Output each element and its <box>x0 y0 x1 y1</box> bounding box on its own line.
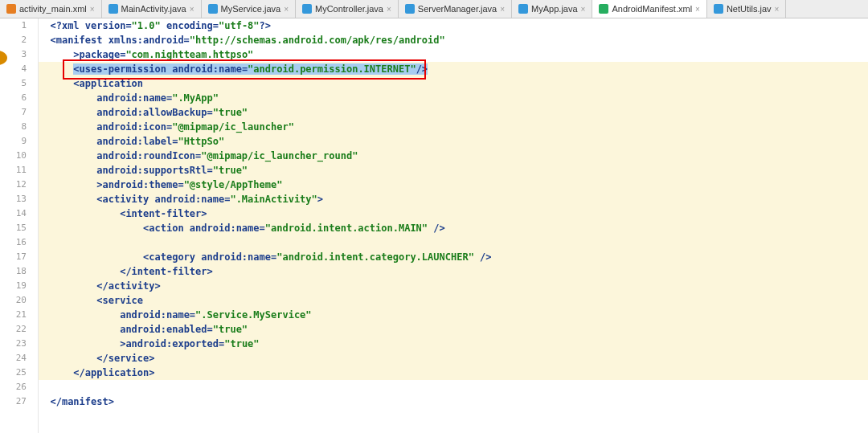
code-line-27[interactable]: </manifest> <box>39 394 868 409</box>
code-line-3[interactable]: >package="com.nightteam.httpso" <box>39 47 868 62</box>
code-line-17[interactable]: <category android:name="android.intent.c… <box>39 250 868 264</box>
xml-tag: <category <box>143 251 201 263</box>
java-file-icon <box>405 4 415 14</box>
xml-value: "true" <box>224 338 259 349</box>
tab-label: AndroidManifest.xml <box>612 4 692 14</box>
code-line-13[interactable]: <activity android:name=".MainActivity"> <box>39 192 868 206</box>
xml-file-icon <box>6 4 16 14</box>
line-number: 2 <box>0 33 38 47</box>
selection: <uses-permission android:name="android.p… <box>73 63 428 75</box>
tab-label: MyApp.java <box>531 4 577 14</box>
close-icon[interactable]: × <box>387 5 391 14</box>
line-number: 1 <box>0 18 38 33</box>
code-line-22[interactable]: android:enabled="true" <box>39 322 868 337</box>
code-line-20[interactable]: <service <box>39 293 868 308</box>
code-line-5[interactable]: <application <box>39 76 868 91</box>
java-file-icon <box>714 4 723 14</box>
close-icon[interactable]: × <box>581 5 586 14</box>
code-line-11[interactable]: android:supportsRtl="true" <box>39 163 868 178</box>
line-number: 21 <box>0 308 38 322</box>
close-icon[interactable]: × <box>695 5 700 14</box>
code-line-10[interactable]: android:roundIcon="@mipmap/ic_launcher_r… <box>39 149 868 163</box>
tab-label: MainActivity.java <box>121 4 186 14</box>
xml-tag: <intent-filter> <box>120 208 207 219</box>
xml-attr: package= <box>80 49 126 60</box>
tab-NetUtils-jav[interactable]: NetUtils.jav× <box>707 0 786 18</box>
line-number: 19 <box>0 279 38 293</box>
close-icon[interactable]: × <box>500 5 505 14</box>
code-line-24[interactable]: </service> <box>39 351 868 366</box>
code-line-8[interactable]: android:icon="@mipmap/ic_launcher" <box>39 120 868 134</box>
xml-tag: ?> <box>260 20 271 31</box>
code-line-4[interactable]: <uses-permission android:name="android.p… <box>39 62 868 76</box>
tab-MyController-java[interactable]: MyController.java× <box>296 0 399 18</box>
tab-activity_main-xml[interactable]: activity_main.xml× <box>0 0 102 18</box>
code-line-6[interactable]: android:name=".MyApp" <box>39 91 868 105</box>
xml-value: "@mipmap/ic_launcher_round" <box>201 150 358 161</box>
xml-tag: </application> <box>73 367 154 378</box>
code-line-12[interactable]: >android:theme="@style/AppTheme" <box>39 178 868 192</box>
code-line-7[interactable]: android:allowBackup="true" <box>39 105 868 120</box>
java-file-icon <box>208 4 218 14</box>
line-number: 25 <box>0 366 38 380</box>
code-line-26[interactable] <box>39 380 868 394</box>
xml-attr: android:allowBackup= <box>96 107 213 118</box>
xml-tag: <uses-permission <box>73 63 172 75</box>
java-file-icon <box>518 4 528 14</box>
xml-tag: <action <box>143 223 190 234</box>
tab-MyApp-java[interactable]: MyApp.java× <box>512 0 592 18</box>
xml-tag: <activity <box>96 194 154 205</box>
xml-tag: </activity> <box>96 280 160 292</box>
tab-label: NetUtils.jav <box>727 4 772 14</box>
code-line-19[interactable]: </activity> <box>39 279 868 293</box>
xml-value: ".MyApp" <box>172 92 219 104</box>
tab-AndroidManifest-xml[interactable]: AndroidManifest.xml× <box>592 0 707 18</box>
code-line-2[interactable]: <manifest xmlns:android="http://schemas.… <box>39 33 868 47</box>
close-icon[interactable]: × <box>284 5 289 14</box>
close-icon[interactable]: × <box>775 5 780 14</box>
xml-tag: <application <box>73 78 143 89</box>
code-line-14[interactable]: <intent-filter> <box>39 206 868 221</box>
xml-attr: android:icon= <box>96 121 172 133</box>
code-editor[interactable]: 1234567891011121314151617181920212223242… <box>0 18 868 433</box>
line-number: 8 <box>0 120 38 134</box>
code-line-9[interactable]: android:label="HttpSo" <box>39 134 868 149</box>
tab-label: ServerManager.java <box>418 4 497 14</box>
xml-tag: /> <box>428 223 445 234</box>
java-file-icon <box>302 4 312 14</box>
tab-MainActivity-java[interactable]: MainActivity.java× <box>102 0 202 18</box>
xml-attr: android:label= <box>96 136 178 147</box>
xml-value: ".Service.MyService" <box>195 309 312 321</box>
xml-value: "android.intent.action.MAIN" <box>265 223 428 234</box>
xml-attr: android:supportsRtl= <box>96 165 213 176</box>
xml-value: "@style/AppTheme" <box>184 179 283 190</box>
code-line-18[interactable]: </intent-filter> <box>39 264 868 279</box>
xml-attr: android:name= <box>96 92 172 104</box>
code-line-15[interactable]: <action android:name="android.intent.act… <box>39 221 868 235</box>
tab-ServerManager-java[interactable]: ServerManager.java× <box>399 0 512 18</box>
close-icon[interactable]: × <box>190 5 194 14</box>
line-number: 24 <box>0 351 38 366</box>
code-line-23[interactable]: >android:exported="true" <box>39 337 868 351</box>
tab-MyService-java[interactable]: MyService.java× <box>202 0 296 18</box>
line-number: 7 <box>0 105 38 120</box>
line-number: 14 <box>0 206 38 221</box>
xml-tag: /> <box>416 63 428 75</box>
line-number: 6 <box>0 91 38 105</box>
tab-label: MyService.java <box>221 4 281 14</box>
code-line-1[interactable]: <?xml version="1.0" encoding="utf-8"?> <box>39 18 868 33</box>
xml-value: ".MainActivity" <box>230 194 317 205</box>
code-line-25[interactable]: </application> <box>39 366 868 380</box>
code-line-21[interactable]: android:name=".Service.MyService" <box>39 308 868 322</box>
code-area[interactable]: <?xml version="1.0" encoding="utf-8"?> <… <box>39 18 868 433</box>
close-icon[interactable]: × <box>90 5 95 14</box>
manifest-file-icon <box>599 4 608 14</box>
code-line-16[interactable] <box>39 235 868 250</box>
xml-value: "android.permission.INTERNET" <box>248 63 416 75</box>
xml-attr: android:roundIcon= <box>96 150 201 161</box>
line-number: 16 <box>0 235 38 250</box>
xml-attr: android:name= <box>190 223 265 234</box>
xml-tag: > <box>73 49 79 60</box>
xml-attr: xmlns:android= <box>108 35 190 46</box>
line-number: 26 <box>0 380 38 394</box>
